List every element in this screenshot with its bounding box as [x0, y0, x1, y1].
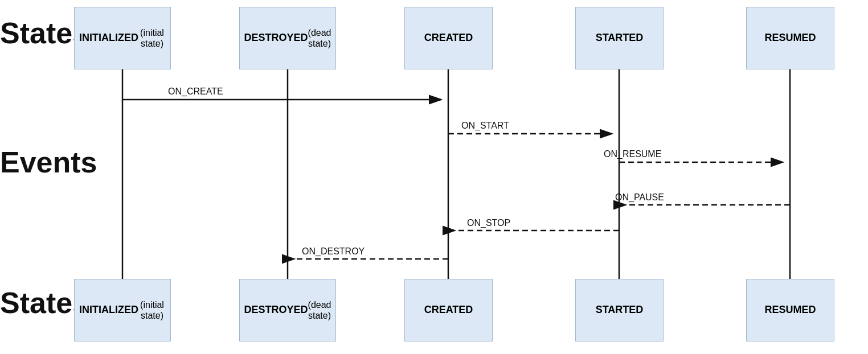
state-box-created-top: CREATED — [404, 7, 493, 69]
state-box-destroyed-top: DESTROYED(dead state) — [239, 7, 336, 69]
events-label: Events — [0, 145, 97, 179]
on-resume-label: ON_RESUME — [604, 149, 661, 159]
on-create-label: ON_CREATE — [168, 87, 223, 97]
state-box-resumed-bot: RESUMED — [746, 279, 834, 341]
state-box-started-top: STARTED — [575, 7, 664, 69]
state-box-started-bot: STARTED — [575, 279, 664, 341]
diagram-container: States Events States — [0, 0, 868, 354]
state-box-destroyed-bot: DESTROYED(dead state) — [239, 279, 336, 341]
on-stop-label: ON_STOP — [467, 218, 510, 228]
state-box-resumed-top: RESUMED — [746, 7, 834, 69]
on-start-label: ON_START — [461, 121, 509, 131]
state-box-initialized-bot: INITIALIZED(initial state) — [74, 279, 171, 341]
state-box-created-bot: CREATED — [404, 279, 493, 341]
on-pause-label: ON_PAUSE — [615, 192, 664, 203]
state-box-initialized-top: INITIALIZED(initial state) — [74, 7, 171, 69]
on-destroy-label: ON_DESTROY — [302, 246, 365, 257]
